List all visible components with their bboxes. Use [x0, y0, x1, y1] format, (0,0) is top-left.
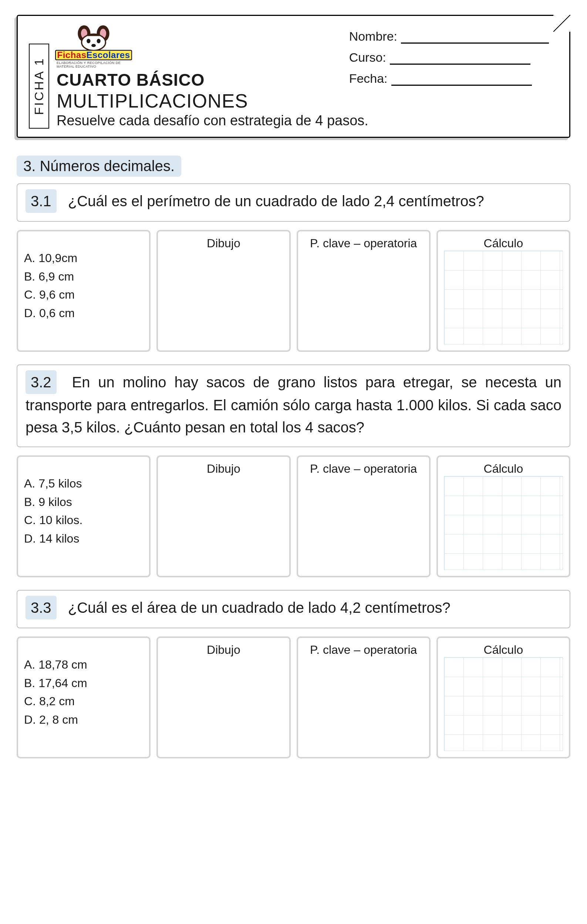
- question-text: ¿Cuál es el área de un cuadrado de lado …: [68, 599, 450, 616]
- clave-title: P. clave – operatoria: [304, 462, 423, 476]
- logo-text: FichasEscolares: [55, 50, 132, 60]
- label-fecha: Fecha:: [349, 71, 388, 86]
- options-list: A. 18,78 cm B. 17,64 cm C. 8,2 cm D. 2, …: [24, 643, 143, 729]
- question-number: 3.3: [25, 596, 56, 619]
- option-c[interactable]: C. 8,2 cm: [24, 692, 143, 711]
- dibujo-cell[interactable]: Dibujo: [157, 230, 290, 352]
- problem-card: 3.3 ¿Cuál es el área de un cuadrado de l…: [17, 590, 570, 628]
- page-fold-line-icon: [553, 15, 570, 32]
- clave-cell[interactable]: P. clave – operatoria: [297, 637, 430, 758]
- calculo-title: Cálculo: [444, 462, 563, 476]
- field-row-fecha: Fecha:: [349, 71, 549, 86]
- field-row-curso: Curso:: [349, 50, 549, 65]
- answer-strip: A. 10,9cm B. 6,9 cm C. 9,6 cm D. 0,6 cm …: [17, 230, 570, 352]
- option-d[interactable]: D. 0,6 cm: [24, 304, 143, 323]
- problem-question: 3.2 En un molino hay sacos de grano list…: [25, 370, 562, 438]
- problem-question: 3.3 ¿Cuál es el área de un cuadrado de l…: [25, 596, 562, 619]
- clave-cell[interactable]: P. clave – operatoria: [297, 230, 430, 352]
- option-a[interactable]: A. 7,5 kilos: [24, 475, 143, 493]
- question-text: ¿Cuál es el perímetro de un cuadrado de …: [68, 193, 484, 209]
- calc-grid-icon: [444, 251, 563, 345]
- option-c[interactable]: C. 10 kilos.: [24, 511, 143, 530]
- input-curso[interactable]: [390, 54, 531, 65]
- calculo-title: Cálculo: [444, 236, 563, 250]
- options-list: A. 7,5 kilos B. 9 kilos C. 10 kilos. D. …: [24, 462, 143, 548]
- dibujo-cell[interactable]: Dibujo: [157, 455, 290, 578]
- question-text: En un molino hay sacos de grano listos p…: [25, 374, 562, 436]
- option-d[interactable]: D. 14 kilos: [24, 530, 143, 548]
- section-title: 3. Números decimales.: [23, 158, 175, 174]
- calculo-cell[interactable]: Cálculo: [437, 455, 570, 578]
- option-b[interactable]: B. 9 kilos: [24, 493, 143, 512]
- options-cell: A. 18,78 cm B. 17,64 cm C. 8,2 cm D. 2, …: [17, 637, 150, 758]
- calculo-title: Cálculo: [444, 643, 563, 657]
- option-b[interactable]: B. 17,64 cm: [24, 674, 143, 693]
- svg-point-6: [97, 39, 101, 43]
- answer-strip: A. 7,5 kilos B. 9 kilos C. 10 kilos. D. …: [17, 455, 570, 578]
- ficha-tab: FICHA 1: [29, 44, 49, 129]
- clave-title: P. clave – operatoria: [304, 236, 423, 250]
- logo-subtitle: ELABORACIÓN Y RECOPILACIÓN DE MATERIAL E…: [56, 61, 131, 68]
- label-curso: Curso:: [349, 50, 386, 65]
- dibujo-title: Dibujo: [164, 643, 283, 657]
- problem-card: 3.2 En un molino hay sacos de grano list…: [17, 365, 570, 447]
- dog-icon: [68, 24, 119, 50]
- option-b[interactable]: B. 6,9 cm: [24, 267, 143, 286]
- option-c[interactable]: C. 9,6 cm: [24, 286, 143, 304]
- options-list: A. 10,9cm B. 6,9 cm C. 9,6 cm D. 0,6 cm: [24, 236, 143, 322]
- svg-point-4: [82, 34, 106, 50]
- label-nombre: Nombre:: [349, 29, 397, 44]
- options-cell: A. 7,5 kilos B. 9 kilos C. 10 kilos. D. …: [17, 455, 150, 578]
- worksheet-header: FICHA 1 FichasEscolares ELABORACIÓN Y RE…: [17, 15, 570, 138]
- instruction-line: Resuelve cada desafío con estrategia de …: [56, 113, 558, 129]
- option-a[interactable]: A. 10,9cm: [24, 249, 143, 267]
- logo-part2: Escolares: [86, 50, 130, 60]
- logo-part1: Fichas: [57, 50, 86, 60]
- calc-grid-icon: [444, 657, 563, 751]
- field-row-nombre: Nombre:: [349, 29, 549, 44]
- header-fields: Nombre: Curso: Fecha:: [349, 29, 549, 92]
- svg-point-7: [91, 44, 96, 47]
- input-nombre[interactable]: [401, 33, 549, 44]
- problem-card: 3.1 ¿Cuál es el perímetro de un cuadrado…: [17, 183, 570, 222]
- option-d[interactable]: D. 2, 8 cm: [24, 711, 143, 729]
- svg-point-5: [86, 39, 90, 43]
- dibujo-title: Dibujo: [164, 462, 283, 476]
- ficha-label: FICHA 1: [32, 57, 46, 115]
- calculo-cell[interactable]: Cálculo: [437, 637, 570, 758]
- option-a[interactable]: A. 18,78 cm: [24, 656, 143, 674]
- problem-question: 3.1 ¿Cuál es el perímetro de un cuadrado…: [25, 189, 562, 213]
- section-heading: 3. Números decimales.: [17, 156, 181, 177]
- dibujo-title: Dibujo: [164, 236, 283, 250]
- clave-cell[interactable]: P. clave – operatoria: [297, 455, 430, 578]
- topic-line: MULTIPLICACIONES: [56, 90, 558, 112]
- question-number: 3.2: [25, 370, 56, 394]
- options-cell: A. 10,9cm B. 6,9 cm C. 9,6 cm D. 0,6 cm: [17, 230, 150, 352]
- answer-strip: A. 18,78 cm B. 17,64 cm C. 8,2 cm D. 2, …: [17, 637, 570, 758]
- logo: FichasEscolares ELABORACIÓN Y RECOPILACI…: [56, 24, 131, 68]
- dibujo-cell[interactable]: Dibujo: [157, 637, 290, 758]
- calc-grid-icon: [444, 476, 563, 570]
- input-fecha[interactable]: [391, 75, 532, 86]
- question-number: 3.1: [25, 189, 56, 213]
- clave-title: P. clave – operatoria: [304, 643, 423, 657]
- calculo-cell[interactable]: Cálculo: [437, 230, 570, 352]
